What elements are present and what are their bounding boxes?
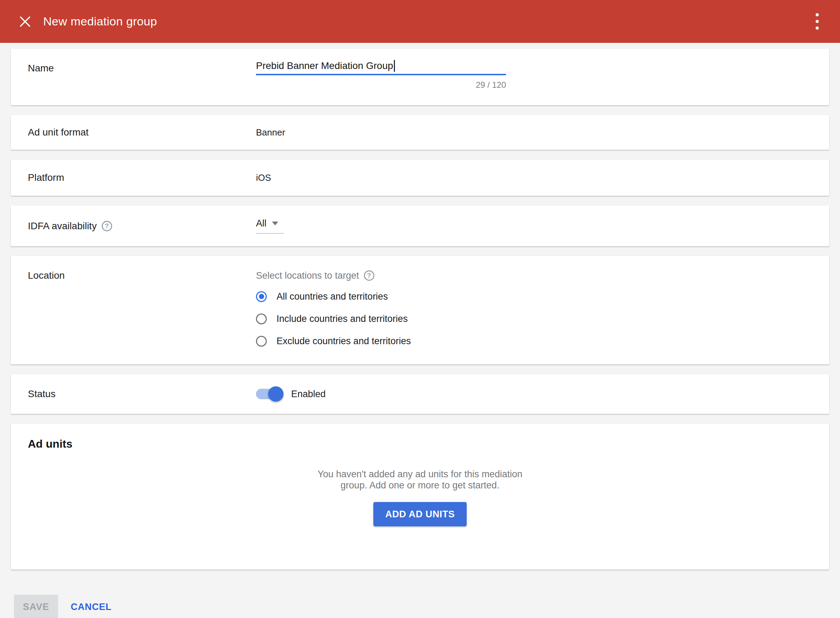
platform-label: Platform — [28, 172, 256, 183]
radio-unselected-icon[interactable] — [256, 313, 267, 324]
location-content: Select locations to target ? All countri… — [256, 269, 411, 352]
empty-state-text-line2: group. Add one or more to get started. — [28, 480, 812, 491]
toggle-knob — [268, 386, 283, 402]
location-label: Location — [28, 269, 256, 282]
name-label: Name — [28, 61, 256, 75]
name-field-wrap: Prebid Banner Mediation Group 29 / 120 — [256, 61, 506, 90]
idfa-selected-value: All — [256, 218, 266, 229]
radio-unselected-icon[interactable] — [256, 336, 267, 347]
status-card: Status Enabled — [11, 374, 829, 414]
close-icon[interactable] — [18, 14, 33, 29]
location-options: All countries and territories Include co… — [256, 285, 411, 352]
idfa-select[interactable]: All — [256, 218, 284, 234]
status-label: Status — [28, 388, 256, 400]
help-icon[interactable]: ? — [102, 221, 112, 231]
add-ad-units-button[interactable]: ADD AD UNITS — [373, 502, 467, 526]
appbar: New mediation group — [0, 0, 840, 43]
location-prompt: Select locations to target ? — [256, 269, 411, 282]
radio-option-label: All countries and territories — [276, 291, 388, 302]
save-button[interactable]: SAVE — [14, 595, 58, 618]
radio-selected-icon[interactable] — [256, 291, 267, 302]
radio-option-label: Include countries and territories — [276, 313, 408, 324]
ad-units-empty-state: You haven't added any ad units for this … — [28, 469, 812, 526]
name-input[interactable]: Prebid Banner Mediation Group — [256, 61, 506, 75]
radio-option-include-countries[interactable]: Include countries and territories — [256, 308, 411, 330]
radio-option-label: Exclude countries and territories — [276, 336, 411, 347]
platform-card: Platform iOS — [11, 160, 829, 196]
idfa-label: IDFA availability ? — [28, 220, 256, 232]
ad-unit-format-card: Ad unit format Banner — [11, 115, 829, 150]
footer-actions: SAVE CANCEL — [0, 595, 840, 618]
ad-units-heading: Ad units — [28, 438, 812, 450]
help-icon[interactable]: ? — [364, 270, 374, 281]
ad-unit-format-label: Ad unit format — [28, 127, 256, 138]
chevron-down-icon — [272, 221, 278, 226]
status-toggle[interactable] — [256, 389, 282, 399]
status-value: Enabled — [291, 389, 326, 400]
name-input-value: Prebid Banner Mediation Group — [256, 60, 393, 71]
location-card: Location Select locations to target ? Al… — [11, 256, 829, 364]
ad-units-card: Ad units You haven't added any ad units … — [11, 423, 829, 570]
platform-value: iOS — [256, 172, 271, 183]
idfa-card: IDFA availability ? All — [11, 205, 829, 246]
ad-unit-format-value: Banner — [256, 127, 285, 138]
cancel-button[interactable]: CANCEL — [71, 602, 111, 612]
page-title: New mediation group — [43, 15, 809, 28]
location-prompt-text: Select locations to target — [256, 270, 359, 281]
name-card: Name Prebid Banner Mediation Group 29 / … — [11, 49, 829, 105]
radio-option-exclude-countries[interactable]: Exclude countries and territories — [256, 330, 411, 352]
more-menu-icon[interactable] — [809, 10, 825, 33]
empty-state-text-line1: You haven't added any ad units for this … — [28, 469, 812, 480]
radio-option-all-countries[interactable]: All countries and territories — [256, 285, 411, 308]
char-counter: 29 / 120 — [256, 80, 506, 90]
text-cursor — [394, 60, 395, 72]
idfa-label-text: IDFA availability — [28, 220, 97, 232]
